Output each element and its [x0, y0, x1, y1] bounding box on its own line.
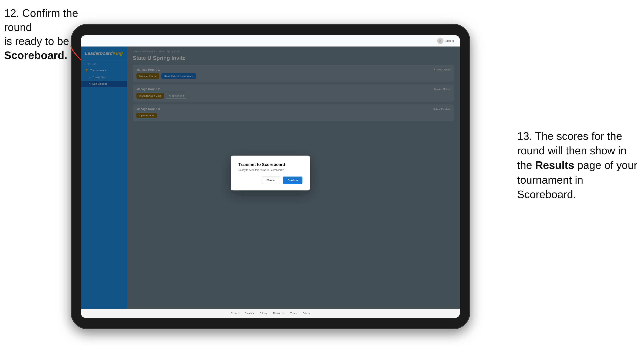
instruction-line3: Scoreboard.	[4, 49, 67, 61]
instruction-bottom-results: Results	[535, 159, 574, 171]
modal-subtitle: Ready to send this round to Scoreboard?	[238, 169, 302, 172]
top-nav: ☺ Sign In	[81, 35, 460, 46]
modal-title: Transmit to Scoreboard	[238, 162, 302, 167]
footer-privacy[interactable]: Privacy	[303, 312, 310, 315]
footer-resources[interactable]: Resources	[273, 312, 284, 315]
modal-actions: Cancel Confirm	[238, 176, 302, 184]
cancel-button[interactable]: Cancel	[262, 176, 280, 184]
transmit-modal: Transmit to Scoreboard Ready to send thi…	[231, 156, 310, 190]
instruction-line1: 12. Confirm the round	[4, 7, 78, 33]
footer-terms[interactable]: Terms	[290, 312, 296, 315]
tablet-frame: ☺ Sign In LeaderboardKing MAIN MENU 🏆 To…	[71, 24, 470, 329]
footer-product[interactable]: Product	[230, 312, 238, 315]
footer-features[interactable]: Features	[244, 312, 254, 315]
tablet-screen: ☺ Sign In LeaderboardKing MAIN MENU 🏆 To…	[81, 35, 460, 318]
confirm-button[interactable]: Confirm	[283, 176, 302, 184]
modal-backdrop: Transmit to Scoreboard Ready to send thi…	[81, 46, 460, 300]
nav-user-area: ☺ Sign In	[437, 38, 454, 44]
footer-pricing[interactable]: Pricing	[260, 312, 267, 315]
avatar-icon: ☺	[437, 38, 444, 44]
main-area: LeaderboardKing MAIN MENU 🏆 Tournaments …	[81, 46, 460, 309]
footer: Product Features Pricing Resources Terms…	[81, 309, 460, 318]
instruction-bottom: 13. The scores for the round will then s…	[517, 129, 638, 202]
sign-in-text[interactable]: Sign In	[446, 39, 454, 42]
